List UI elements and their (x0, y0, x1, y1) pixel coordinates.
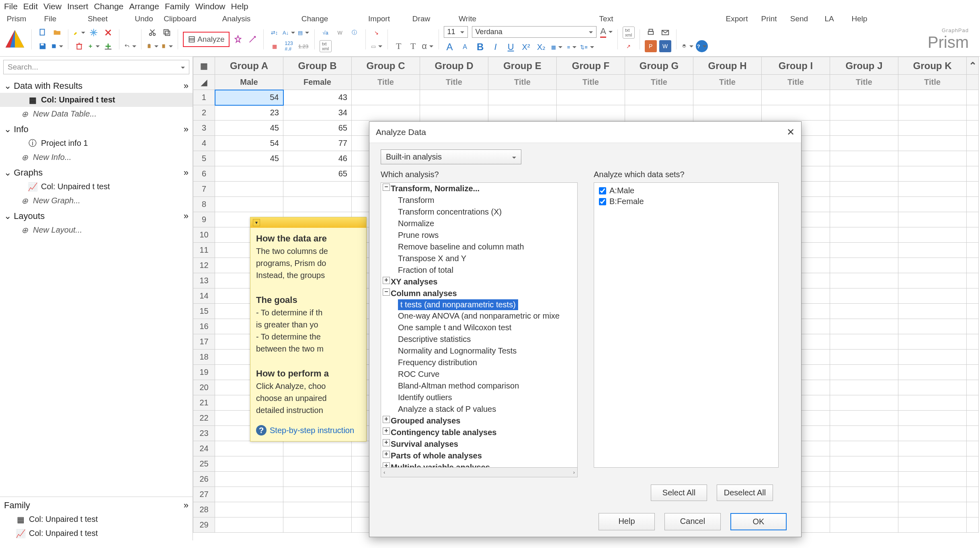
search-input[interactable]: Search... (3, 60, 189, 74)
cell[interactable] (215, 441, 283, 456)
row-header[interactable]: 21 (193, 395, 215, 411)
cell[interactable] (215, 166, 283, 182)
cell[interactable] (898, 441, 967, 456)
cell[interactable]: 23 (215, 105, 283, 121)
tree-item[interactable]: One-way ANOVA (and nonparametric or mixe (381, 310, 577, 322)
precision-icon[interactable]: 1.23 (297, 40, 310, 52)
nav-graph[interactable]: 📈Col: Unpaired t test (0, 180, 193, 194)
row-header[interactable]: 28 (193, 502, 215, 517)
cell[interactable] (283, 487, 352, 502)
import-txt-icon[interactable]: txtxml (320, 40, 332, 52)
tree-item[interactable]: Fraction of total (381, 264, 577, 276)
row-header[interactable]: 16 (193, 319, 215, 334)
menu-arrange[interactable]: Arrange (129, 2, 159, 11)
cell[interactable] (830, 350, 898, 365)
cell[interactable]: 34 (283, 105, 352, 121)
col-title-header[interactable]: Female (283, 75, 352, 90)
cell[interactable] (215, 502, 283, 517)
row-header[interactable]: 7 (193, 182, 215, 197)
col-title-header[interactable]: Title (352, 75, 420, 90)
scroll-right[interactable]: ⌃ (967, 57, 979, 75)
cell[interactable] (830, 90, 898, 105)
text-tool2-icon[interactable]: T (407, 40, 419, 52)
sqrt-icon[interactable]: √a (320, 27, 332, 39)
font-size-input[interactable]: 11 (444, 26, 468, 38)
cell[interactable] (898, 227, 967, 243)
cell[interactable] (830, 227, 898, 243)
sort2-icon[interactable]: ▤ (297, 27, 310, 39)
family-data[interactable]: ▦Col: Unpaired t test (0, 512, 193, 526)
row-header[interactable]: 2 (193, 105, 215, 121)
cell[interactable] (898, 166, 967, 182)
cell[interactable] (830, 136, 898, 151)
dataset-checkbox-a[interactable]: A:Male (599, 186, 773, 195)
col-group-header[interactable]: Group D (420, 57, 488, 75)
cell[interactable] (215, 197, 283, 212)
row-header[interactable]: 13 (193, 273, 215, 288)
tree-item[interactable]: Transpose X and Y (381, 253, 577, 264)
cell[interactable] (898, 105, 967, 121)
note-help-link[interactable]: ? Step-by-step instruction (250, 422, 366, 441)
cell[interactable] (693, 105, 762, 121)
reanalyze-icon[interactable] (232, 33, 244, 45)
font-grow-icon[interactable]: A (444, 41, 456, 53)
section-family[interactable]: Family» (0, 497, 193, 512)
cell[interactable] (762, 105, 830, 121)
save-icon[interactable] (37, 40, 49, 52)
cell[interactable] (830, 288, 898, 304)
cell[interactable] (352, 90, 420, 105)
col-group-header[interactable]: Group J (830, 57, 898, 75)
col-title-header[interactable]: Male (215, 75, 283, 90)
row-header[interactable]: 3 (193, 121, 215, 136)
superscript-icon[interactable]: X² (520, 41, 532, 53)
row-header[interactable]: 8 (193, 197, 215, 212)
cell[interactable] (898, 197, 967, 212)
note-header[interactable]: ▾ (250, 217, 366, 228)
cell[interactable] (830, 426, 898, 441)
cell[interactable] (488, 90, 557, 105)
cell[interactable] (215, 472, 283, 487)
row-header[interactable]: 14 (193, 288, 215, 304)
labarchives-icon[interactable] (681, 40, 693, 52)
font-color-icon[interactable]: A (601, 26, 613, 38)
cell[interactable] (283, 197, 352, 212)
row-header[interactable]: 19 (193, 365, 215, 380)
cell[interactable] (898, 288, 967, 304)
col-group-header[interactable]: Group A (215, 57, 283, 75)
sort-icon[interactable]: A↓ (283, 27, 295, 39)
cell[interactable] (898, 182, 967, 197)
cell[interactable] (283, 456, 352, 472)
corner-cell[interactable]: ▦ (193, 57, 215, 75)
nav-new-graph[interactable]: ⊕New Graph... (0, 194, 193, 208)
tree-item[interactable]: Descriptive statistics (381, 333, 577, 345)
tree-item[interactable]: Analyze a stack of P values (381, 403, 577, 415)
cell[interactable] (898, 472, 967, 487)
select-all-button[interactable]: Select All (651, 485, 707, 501)
cell[interactable] (898, 365, 967, 380)
analyze-button[interactable]: Analyze (183, 32, 230, 47)
tree-cat-transform[interactable]: Transform, Normalize... (381, 183, 577, 194)
row-header[interactable]: 26 (193, 472, 215, 487)
tree-item[interactable]: Bland-Altman method comparison (381, 380, 577, 392)
cell[interactable] (830, 105, 898, 121)
cell[interactable] (898, 487, 967, 502)
para-icon[interactable]: ▦ (551, 41, 563, 53)
cell[interactable] (898, 212, 967, 227)
row-header[interactable]: 12 (193, 258, 215, 273)
col-title-header[interactable]: Title (420, 75, 488, 90)
cell[interactable] (830, 502, 898, 517)
col-group-header[interactable]: Group I (762, 57, 830, 75)
menu-window[interactable]: Window (195, 2, 226, 11)
text-tool-icon[interactable]: T (393, 40, 405, 52)
delete-icon[interactable] (73, 40, 85, 52)
cell[interactable] (898, 121, 967, 136)
close-sheet-icon[interactable] (102, 27, 114, 39)
paste-icon[interactable] (146, 40, 158, 52)
cell[interactable] (762, 90, 830, 105)
tree-cat-multiple[interactable]: Multiple variable analyses (381, 462, 577, 468)
cell[interactable] (898, 456, 967, 472)
cell[interactable] (898, 136, 967, 151)
col-group-header[interactable]: Group B (283, 57, 352, 75)
insert-icon[interactable] (102, 40, 114, 52)
cell[interactable] (830, 319, 898, 334)
